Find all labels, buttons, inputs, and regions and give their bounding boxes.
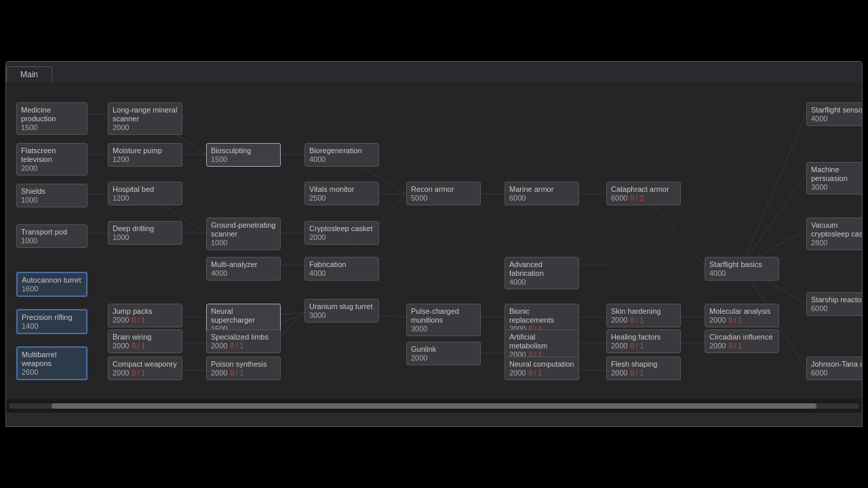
node-johnson_tana[interactable]: Johnson-Tana drive6000 <box>806 357 862 380</box>
svg-line-33 <box>742 174 806 265</box>
node-name-neural_computation: Neural computation <box>509 360 574 369</box>
node-cost-pulse_charged_munitions: 3000 <box>411 325 427 333</box>
node-poison_synthesis[interactable]: Poison synthesis20000 / 1 <box>206 357 281 380</box>
node-name-healing_factors: Healing factors <box>611 333 676 342</box>
node-cataphract_armor[interactable]: Cataphract armor60000 / 2 <box>606 182 681 205</box>
node-vacuum_cryptosleep[interactable]: Vacuum cryptosleep casket2800 <box>806 218 862 250</box>
node-name-skin_hardening: Skin hardening <box>611 307 676 316</box>
node-cost-brain_wiring: 2000 <box>113 342 129 350</box>
tab-main[interactable]: Main <box>6 66 52 82</box>
node-cost-machine_persuasion: 3000 <box>811 183 827 191</box>
node-vitals_monitor[interactable]: Vitals monitor2500 <box>304 182 379 205</box>
node-fabrication[interactable]: Fabrication4000 <box>304 257 379 281</box>
node-cost-autocannon_turret: 1600 <box>22 285 38 293</box>
node-compact_weaponry[interactable]: Compact weaponry20000 / 1 <box>108 357 182 380</box>
node-medicine_production[interactable]: Medicine production1500 <box>16 102 87 135</box>
node-fraction-jump_packs: 0 / 1 <box>132 317 144 324</box>
node-fraction-skin_hardening: 0 / 1 <box>630 317 643 324</box>
node-moisture_pump[interactable]: Moisture pump1200 <box>108 143 182 167</box>
node-name-bionic_replacements: Bionic replacements <box>509 307 574 325</box>
content-area[interactable]: Medicine production1500Flatscreen televi… <box>6 82 862 413</box>
node-fraction-circadian_influence: 0 / 1 <box>728 342 741 350</box>
node-name-marine_armor: Marine armor <box>509 185 574 194</box>
node-cost-shields: 1000 <box>21 196 37 204</box>
node-cost-compact_weaponry: 2000 <box>113 369 129 377</box>
node-cost-recon_armor: 5000 <box>411 194 427 202</box>
node-cost-lr_mineral_scanner: 2000 <box>113 123 129 131</box>
node-shields[interactable]: Shields1000 <box>16 184 87 207</box>
node-machine_persuasion[interactable]: Machine persuasion3000 <box>806 162 862 195</box>
node-multibarrel_weapons[interactable]: Multibarrel weapons2600 <box>16 346 87 380</box>
node-lr_mineral_scanner[interactable]: Long-range mineral scanner2000 <box>108 102 182 135</box>
node-circadian_influence[interactable]: Circadian influence20000 / 1 <box>705 329 779 353</box>
node-name-artificial_metabolism: Artificial metabolism <box>509 333 574 350</box>
node-name-cataphract_armor: Cataphract armor <box>611 185 676 194</box>
node-recon_armor[interactable]: Recon armor5000 <box>406 182 481 205</box>
node-gunlink[interactable]: Gunlink2000 <box>406 342 481 365</box>
node-jump_packs[interactable]: Jump packs20000 / 1 <box>108 304 182 327</box>
node-fraction-specialized_limbs: 0 / 1 <box>230 342 243 350</box>
node-cost-bioregeneration: 4000 <box>309 155 326 163</box>
node-biosculpting[interactable]: Biosculpting1500 <box>206 143 281 167</box>
node-cost-circadian_influence: 2000 <box>709 342 726 350</box>
node-cryptosleep_casket[interactable]: Cryptosleep casket2000 <box>304 221 379 245</box>
node-molecular_analysis[interactable]: Molecular analysis20000 / 1 <box>705 304 779 327</box>
node-cost-flesh_shaping: 2000 <box>611 369 627 377</box>
node-cost-starflight_sensors: 4000 <box>811 115 827 123</box>
scrollbar-thumb[interactable] <box>52 403 817 409</box>
scrollbar-track[interactable] <box>9 403 859 409</box>
node-name-johnson_tana: Johnson-Tana drive <box>811 360 862 369</box>
node-specialized_limbs[interactable]: Specialized limbs20000 / 1 <box>206 329 281 353</box>
node-starflight_basics[interactable]: Starflight basics4000 <box>705 257 779 281</box>
node-healing_factors[interactable]: Healing factors20000 / 1 <box>606 329 681 353</box>
node-flatscreen_tv[interactable]: Flatscreen television2000 <box>16 143 87 176</box>
node-hospital_bed[interactable]: Hospital bed1200 <box>108 182 182 205</box>
node-uranium_slug_turret[interactable]: Uranium slug turret3000 <box>304 299 379 323</box>
node-name-lr_mineral_scanner: Long-range mineral scanner <box>113 106 178 123</box>
node-multi_analyzer[interactable]: Multi-analyzer4000 <box>206 257 281 281</box>
node-cost-jump_packs: 2000 <box>113 316 129 324</box>
node-fraction-brain_wiring: 0 / 1 <box>132 342 144 350</box>
node-bioregeneration[interactable]: Bioregeneration4000 <box>304 143 379 167</box>
node-cost-uranium_slug_turret: 3000 <box>309 311 326 319</box>
node-pulse_charged_munitions[interactable]: Pulse-charged munitions3000 <box>406 304 481 336</box>
node-starflight_sensors[interactable]: Starflight sensors4000 <box>806 102 862 126</box>
node-name-jump_packs: Jump packs <box>113 307 178 316</box>
node-neural_computation[interactable]: Neural computation20000 / 1 <box>505 357 579 380</box>
node-cost-gp_scanner: 1000 <box>211 239 227 247</box>
node-name-pulse_charged_munitions: Pulse-charged munitions <box>411 307 476 325</box>
node-fraction-flesh_shaping: 0 / 1 <box>630 369 643 377</box>
node-deep_drilling[interactable]: Deep drilling1000 <box>108 221 182 245</box>
node-cost-johnson_tana: 6000 <box>811 369 827 377</box>
node-marine_armor[interactable]: Marine armor6000 <box>505 182 579 205</box>
node-starship_reactor[interactable]: Starship reactor6000 <box>806 292 862 316</box>
node-autocannon_turret[interactable]: Autocannon turret1600 <box>16 272 87 297</box>
node-cost-multi_analyzer: 4000 <box>211 269 227 277</box>
node-name-bioregeneration: Bioregeneration <box>309 146 374 155</box>
node-cost-multibarrel_weapons: 2600 <box>22 368 38 376</box>
node-brain_wiring[interactable]: Brain wiring20000 / 1 <box>108 329 182 353</box>
node-name-recon_armor: Recon armor <box>411 185 476 194</box>
node-advanced_fabrication[interactable]: Advanced fabrication4000 <box>505 257 579 289</box>
main-panel: Main Medicine production1500Flatscreen t… <box>5 61 863 427</box>
node-name-transport_pod: Transport pod <box>21 228 83 237</box>
node-cost-cataphract_armor: 6000 <box>611 194 627 202</box>
node-cost-medicine_production: 1500 <box>21 123 37 131</box>
node-name-vitals_monitor: Vitals monitor <box>309 185 374 194</box>
node-fraction-molecular_analysis: 0 / 1 <box>728 317 741 324</box>
node-name-multibarrel_weapons: Multibarrel weapons <box>22 350 82 368</box>
node-name-molecular_analysis: Molecular analysis <box>709 307 774 316</box>
node-transport_pod[interactable]: Transport pod1000 <box>16 224 87 248</box>
node-fraction-compact_weaponry: 0 / 1 <box>132 369 144 377</box>
node-name-flesh_shaping: Flesh shaping <box>611 360 676 369</box>
node-cost-moisture_pump: 1200 <box>113 155 129 163</box>
node-precision_rifling[interactable]: Precision rifling1400 <box>16 309 87 334</box>
node-flesh_shaping[interactable]: Flesh shaping20000 / 1 <box>606 357 681 380</box>
node-name-cryptosleep_casket: Cryptosleep casket <box>309 224 374 233</box>
node-cost-hospital_bed: 1200 <box>113 194 129 202</box>
node-skin_hardening[interactable]: Skin hardening20000 / 1 <box>606 304 681 327</box>
scrollable-inner: Medicine production1500Flatscreen televi… <box>6 82 862 413</box>
node-cost-neural_computation: 2000 <box>509 369 526 377</box>
node-gp_scanner[interactable]: Ground-penetrating scanner1000 <box>206 218 281 250</box>
node-name-starflight_basics: Starflight basics <box>709 260 774 269</box>
